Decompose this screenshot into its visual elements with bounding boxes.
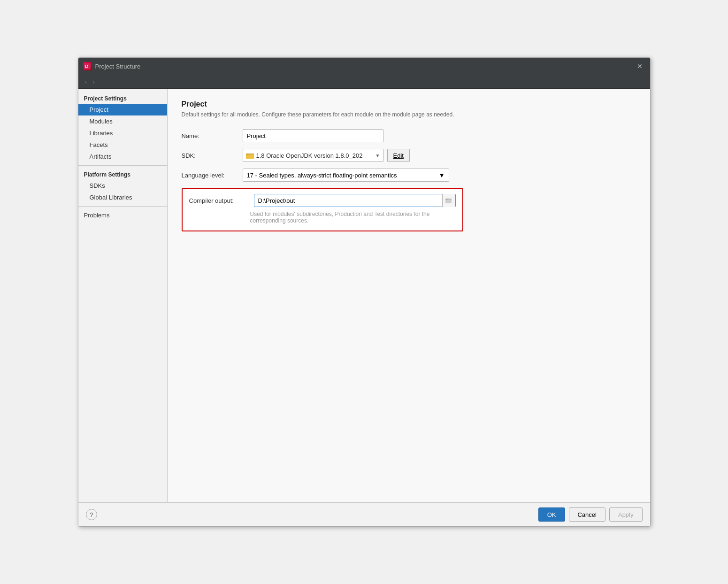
language-level-label: Language level:: [182, 172, 243, 179]
content-title: Project: [182, 100, 636, 108]
sidebar-divider-2: [78, 206, 167, 207]
compiler-browse-button[interactable]: [442, 194, 455, 207]
project-settings-section: Project Settings: [78, 92, 167, 104]
sdk-controls: 1.8 Oracle OpenJDK version 1.8.0_202 ▼ E…: [243, 149, 410, 162]
bottom-bar: ? OK Cancel Apply: [78, 502, 650, 526]
name-row: Name:: [182, 129, 636, 142]
language-level-dropdown[interactable]: 17 - Sealed types, always-strict floatin…: [243, 169, 449, 182]
browse-folder-icon: [445, 198, 452, 203]
platform-settings-section: Platform Settings: [78, 169, 167, 180]
close-button[interactable]: ✕: [634, 61, 645, 72]
project-structure-dialog: IJ Project Structure ✕ ‹ › Project Setti…: [78, 57, 651, 527]
content-area: Project Default settings for all modules…: [168, 89, 650, 502]
sidebar-item-artifacts[interactable]: Artifacts: [78, 151, 167, 162]
sdk-dropdown[interactable]: 1.8 Oracle OpenJDK version 1.8.0_202 ▼: [243, 149, 383, 162]
compiler-output-input[interactable]: [254, 197, 442, 204]
language-level-chevron-icon: ▼: [439, 172, 445, 179]
sidebar-item-facets[interactable]: Facets: [78, 139, 167, 151]
ok-button[interactable]: OK: [538, 507, 565, 522]
forward-button[interactable]: ›: [90, 77, 98, 86]
back-button[interactable]: ‹: [82, 77, 90, 86]
compiler-output-label: Compiler output:: [189, 197, 250, 204]
bottom-left: ?: [86, 509, 97, 520]
sidebar: Project Settings Project Modules Librari…: [78, 89, 168, 502]
sidebar-item-project[interactable]: Project: [78, 104, 167, 115]
dialog-title: Project Structure: [95, 63, 634, 70]
svg-rect-4: [246, 154, 249, 155]
svg-rect-7: [445, 199, 448, 200]
sdk-edit-button[interactable]: Edit: [387, 149, 410, 162]
sidebar-item-global-libraries[interactable]: Global Libraries: [78, 192, 167, 203]
title-bar-controls: ✕: [634, 61, 645, 72]
compiler-input-wrapper: [254, 194, 456, 207]
content-subtitle: Default settings for all modules. Config…: [182, 111, 636, 118]
sdk-label: SDK:: [182, 152, 243, 159]
title-bar: IJ Project Structure ✕: [78, 58, 650, 75]
sidebar-item-problems[interactable]: Problems: [78, 209, 167, 221]
sidebar-item-modules[interactable]: Modules: [78, 115, 167, 127]
sidebar-item-sdks[interactable]: SDKs: [78, 180, 167, 192]
sdk-folder-icon: [246, 152, 254, 159]
sidebar-divider: [78, 165, 167, 166]
name-label: Name:: [182, 132, 243, 139]
svg-rect-6: [445, 200, 452, 203]
language-level-value: 17 - Sealed types, always-strict floatin…: [247, 172, 397, 179]
name-input[interactable]: [243, 129, 383, 142]
svg-text:IJ: IJ: [85, 64, 89, 69]
sdk-value: 1.8 Oracle OpenJDK version 1.8.0_202: [256, 152, 363, 159]
sdk-row: SDK: 1.8 Oracle OpenJDK version 1.8.0_20…: [182, 149, 636, 162]
nav-bar: ‹ ›: [78, 75, 650, 89]
compiler-output-box: Compiler output: Used for modules' subdi…: [182, 188, 463, 231]
help-button[interactable]: ?: [86, 509, 97, 520]
compiler-row: Compiler output:: [189, 194, 456, 207]
svg-rect-3: [246, 154, 254, 159]
app-icon: IJ: [83, 62, 92, 70]
sidebar-item-libraries[interactable]: Libraries: [78, 127, 167, 139]
cancel-button[interactable]: Cancel: [569, 507, 605, 522]
language-level-row: Language level: 17 - Sealed types, alway…: [182, 169, 636, 182]
sdk-chevron-icon: ▼: [375, 153, 380, 158]
main-area: Project Settings Project Modules Librari…: [78, 89, 650, 502]
compiler-hint: Used for modules' subdirectories, Produc…: [250, 211, 456, 224]
apply-button[interactable]: Apply: [609, 507, 643, 522]
